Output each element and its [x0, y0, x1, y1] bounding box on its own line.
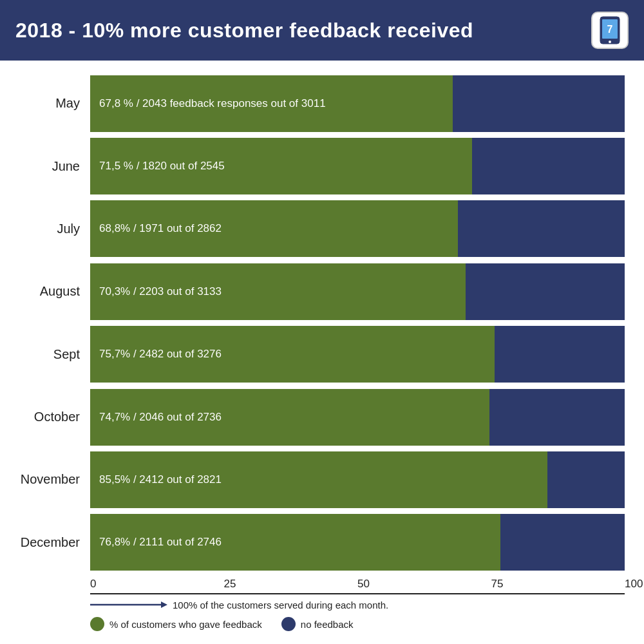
bar-green-segment: 67,8 % / 2043 feedback responses out of … — [90, 75, 453, 132]
bar-green-segment: 74,7% / 2046 out of 2736 — [90, 389, 489, 446]
bar-row: Sept75,7% / 2482 out of 3276 — [19, 325, 625, 384]
bar-track: 68,8% / 1971 out of 2862 — [90, 200, 625, 257]
bar-label: August — [19, 284, 90, 299]
bar-label: November — [19, 472, 90, 487]
bar-row: November85,5% / 2412 out of 2821 — [19, 450, 625, 509]
x-axis-area: 0255075100 100% of the customers served … — [19, 573, 625, 611]
arrow-icon — [90, 599, 167, 611]
bar-green-segment: 70,3% / 2203 out of 3133 — [90, 263, 466, 320]
legend-area: % of customers who gave feedback no feed… — [19, 611, 625, 638]
svg-text:7: 7 — [607, 24, 613, 35]
bars-container: May67,8 % / 2043 feedback responses out … — [19, 73, 625, 573]
bar-green-segment: 76,8% / 2111 out of 2746 — [90, 514, 500, 571]
chart-area: May67,8 % / 2043 feedback responses out … — [0, 61, 644, 644]
legend-green: % of customers who gave feedback — [90, 617, 262, 631]
axis-note: 100% of the customers served during each… — [173, 600, 388, 611]
blue-legend-label: no feedback — [301, 619, 354, 630]
bar-row: December76,8% / 2111 out of 2746 — [19, 513, 625, 573]
bar-row: June71,5 % / 1820 out of 2545 — [19, 136, 625, 196]
bar-blue-segment — [453, 75, 625, 132]
bar-track: 71,5 % / 1820 out of 2545 — [90, 138, 625, 194]
bar-blue-segment — [547, 451, 625, 508]
bar-blue-segment — [495, 326, 625, 383]
bar-value-text: 75,7% / 2482 out of 3276 — [99, 348, 222, 361]
x-axis-ticks: 0255075100 — [90, 578, 625, 593]
bar-label: July — [19, 222, 90, 236]
bar-blue-segment — [466, 263, 625, 320]
bar-track: 85,5% / 2412 out of 2821 — [90, 451, 625, 508]
bar-value-text: 70,3% / 2203 out of 3133 — [99, 285, 222, 298]
bar-blue-segment — [458, 200, 625, 257]
svg-point-3 — [609, 41, 611, 43]
page-title: 2018 - 10% more customer feedback receiv… — [15, 19, 473, 43]
bar-blue-segment — [472, 138, 625, 194]
green-legend-label: % of customers who gave feedback — [109, 619, 262, 630]
bar-label: June — [19, 159, 90, 174]
bar-blue-segment — [500, 514, 625, 571]
bar-green-segment: 68,8% / 1971 out of 2862 — [90, 200, 458, 257]
bar-blue-segment — [489, 389, 625, 446]
bar-value-text: 67,8 % / 2043 feedback responses out of … — [99, 97, 326, 110]
bar-track: 74,7% / 2046 out of 2736 — [90, 389, 625, 446]
header: 2018 - 10% more customer feedback receiv… — [0, 0, 644, 61]
bar-row: August70,3% / 2203 out of 3133 — [19, 261, 625, 321]
bar-track: 75,7% / 2482 out of 3276 — [90, 326, 625, 383]
bar-value-text: 71,5 % / 1820 out of 2545 — [99, 160, 225, 173]
bar-track: 70,3% / 2203 out of 3133 — [90, 263, 625, 320]
svg-marker-5 — [161, 601, 167, 608]
bar-label: Sept — [19, 347, 90, 362]
phone-icon: 7 — [598, 16, 622, 44]
bar-value-text: 68,8% / 1971 out of 2862 — [99, 222, 222, 235]
green-legend-icon — [90, 617, 104, 631]
bar-value-text: 74,7% / 2046 out of 2736 — [99, 411, 222, 424]
bar-label: May — [19, 96, 90, 111]
x-axis-arrow: 100% of the customers served during each… — [90, 598, 625, 611]
bar-track: 76,8% / 2111 out of 2746 — [90, 514, 625, 571]
legend-blue: no feedback — [281, 617, 354, 631]
bar-row: October74,7% / 2046 out of 2736 — [19, 387, 625, 447]
bar-value-text: 85,5% / 2412 out of 2821 — [99, 473, 222, 486]
bar-label: October — [19, 410, 90, 424]
bar-green-segment: 75,7% / 2482 out of 3276 — [90, 326, 495, 383]
bar-green-segment: 85,5% / 2412 out of 2821 — [90, 451, 547, 508]
bar-value-text: 76,8% / 2111 out of 2746 — [99, 536, 222, 549]
bar-label: December — [19, 535, 90, 550]
blue-legend-icon — [281, 617, 296, 631]
page-container: 2018 - 10% more customer feedback receiv… — [0, 0, 644, 644]
logo: 7 — [591, 12, 629, 49]
bar-row: July68,8% / 1971 out of 2862 — [19, 199, 625, 259]
bar-green-segment: 71,5 % / 1820 out of 2545 — [90, 138, 472, 194]
x-axis-line — [90, 593, 625, 594]
bar-track: 67,8 % / 2043 feedback responses out of … — [90, 75, 625, 132]
bar-row: May67,8 % / 2043 feedback responses out … — [19, 73, 625, 133]
